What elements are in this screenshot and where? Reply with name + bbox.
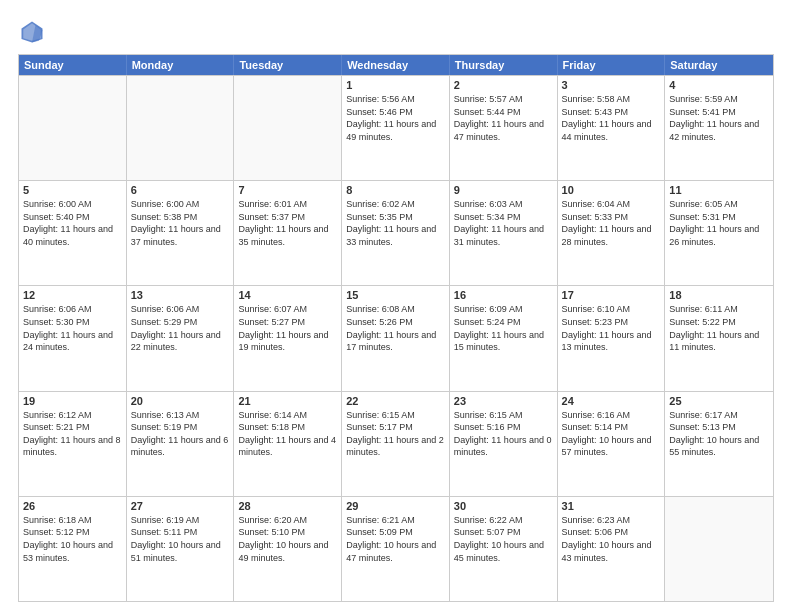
calendar-cell: 15Sunrise: 6:08 AM Sunset: 5:26 PM Dayli… [342,286,450,390]
calendar-cell: 25Sunrise: 6:17 AM Sunset: 5:13 PM Dayli… [665,392,773,496]
cell-day-number: 14 [238,289,337,301]
cell-day-number: 6 [131,184,230,196]
weekday-header: Wednesday [342,55,450,75]
cell-day-number: 13 [131,289,230,301]
calendar-cell: 19Sunrise: 6:12 AM Sunset: 5:21 PM Dayli… [19,392,127,496]
calendar-cell [19,76,127,180]
cell-day-number: 22 [346,395,445,407]
calendar-page: SundayMondayTuesdayWednesdayThursdayFrid… [0,0,792,612]
cell-daylight-info: Sunrise: 6:01 AM Sunset: 5:37 PM Dayligh… [238,198,337,248]
calendar-cell: 18Sunrise: 6:11 AM Sunset: 5:22 PM Dayli… [665,286,773,390]
calendar-cell [234,76,342,180]
header [18,18,774,46]
cell-day-number: 10 [562,184,661,196]
cell-day-number: 28 [238,500,337,512]
calendar-cell: 27Sunrise: 6:19 AM Sunset: 5:11 PM Dayli… [127,497,235,601]
cell-daylight-info: Sunrise: 6:00 AM Sunset: 5:40 PM Dayligh… [23,198,122,248]
calendar-cell: 20Sunrise: 6:13 AM Sunset: 5:19 PM Dayli… [127,392,235,496]
cell-day-number: 8 [346,184,445,196]
calendar-cell [665,497,773,601]
cell-daylight-info: Sunrise: 6:04 AM Sunset: 5:33 PM Dayligh… [562,198,661,248]
calendar-cell: 10Sunrise: 6:04 AM Sunset: 5:33 PM Dayli… [558,181,666,285]
cell-day-number: 19 [23,395,122,407]
cell-day-number: 29 [346,500,445,512]
cell-day-number: 5 [23,184,122,196]
cell-day-number: 2 [454,79,553,91]
cell-daylight-info: Sunrise: 6:15 AM Sunset: 5:16 PM Dayligh… [454,409,553,459]
cell-day-number: 23 [454,395,553,407]
cell-daylight-info: Sunrise: 6:22 AM Sunset: 5:07 PM Dayligh… [454,514,553,564]
calendar-cell: 16Sunrise: 6:09 AM Sunset: 5:24 PM Dayli… [450,286,558,390]
calendar-cell: 22Sunrise: 6:15 AM Sunset: 5:17 PM Dayli… [342,392,450,496]
calendar-row: 19Sunrise: 6:12 AM Sunset: 5:21 PM Dayli… [19,391,773,496]
cell-daylight-info: Sunrise: 6:10 AM Sunset: 5:23 PM Dayligh… [562,303,661,353]
logo-icon [18,18,46,46]
cell-daylight-info: Sunrise: 6:13 AM Sunset: 5:19 PM Dayligh… [131,409,230,459]
calendar-cell: 2Sunrise: 5:57 AM Sunset: 5:44 PM Daylig… [450,76,558,180]
calendar-body: 1Sunrise: 5:56 AM Sunset: 5:46 PM Daylig… [19,75,773,601]
weekday-header: Monday [127,55,235,75]
cell-daylight-info: Sunrise: 6:06 AM Sunset: 5:30 PM Dayligh… [23,303,122,353]
calendar-cell: 6Sunrise: 6:00 AM Sunset: 5:38 PM Daylig… [127,181,235,285]
cell-daylight-info: Sunrise: 6:02 AM Sunset: 5:35 PM Dayligh… [346,198,445,248]
calendar-cell: 24Sunrise: 6:16 AM Sunset: 5:14 PM Dayli… [558,392,666,496]
calendar-cell: 11Sunrise: 6:05 AM Sunset: 5:31 PM Dayli… [665,181,773,285]
cell-day-number: 27 [131,500,230,512]
cell-daylight-info: Sunrise: 6:14 AM Sunset: 5:18 PM Dayligh… [238,409,337,459]
cell-day-number: 3 [562,79,661,91]
calendar-row: 1Sunrise: 5:56 AM Sunset: 5:46 PM Daylig… [19,75,773,180]
calendar-cell: 28Sunrise: 6:20 AM Sunset: 5:10 PM Dayli… [234,497,342,601]
calendar-cell: 13Sunrise: 6:06 AM Sunset: 5:29 PM Dayli… [127,286,235,390]
cell-daylight-info: Sunrise: 6:05 AM Sunset: 5:31 PM Dayligh… [669,198,769,248]
cell-daylight-info: Sunrise: 5:59 AM Sunset: 5:41 PM Dayligh… [669,93,769,143]
cell-daylight-info: Sunrise: 6:07 AM Sunset: 5:27 PM Dayligh… [238,303,337,353]
weekday-header: Saturday [665,55,773,75]
cell-daylight-info: Sunrise: 6:18 AM Sunset: 5:12 PM Dayligh… [23,514,122,564]
weekday-header: Friday [558,55,666,75]
cell-daylight-info: Sunrise: 6:17 AM Sunset: 5:13 PM Dayligh… [669,409,769,459]
cell-day-number: 12 [23,289,122,301]
cell-daylight-info: Sunrise: 6:11 AM Sunset: 5:22 PM Dayligh… [669,303,769,353]
cell-day-number: 25 [669,395,769,407]
calendar-cell: 4Sunrise: 5:59 AM Sunset: 5:41 PM Daylig… [665,76,773,180]
cell-daylight-info: Sunrise: 6:23 AM Sunset: 5:06 PM Dayligh… [562,514,661,564]
cell-day-number: 26 [23,500,122,512]
cell-day-number: 20 [131,395,230,407]
calendar-cell: 30Sunrise: 6:22 AM Sunset: 5:07 PM Dayli… [450,497,558,601]
calendar-cell: 1Sunrise: 5:56 AM Sunset: 5:46 PM Daylig… [342,76,450,180]
cell-daylight-info: Sunrise: 6:21 AM Sunset: 5:09 PM Dayligh… [346,514,445,564]
cell-daylight-info: Sunrise: 6:09 AM Sunset: 5:24 PM Dayligh… [454,303,553,353]
cell-daylight-info: Sunrise: 6:15 AM Sunset: 5:17 PM Dayligh… [346,409,445,459]
calendar-cell: 3Sunrise: 5:58 AM Sunset: 5:43 PM Daylig… [558,76,666,180]
calendar-cell: 29Sunrise: 6:21 AM Sunset: 5:09 PM Dayli… [342,497,450,601]
calendar-cell: 17Sunrise: 6:10 AM Sunset: 5:23 PM Dayli… [558,286,666,390]
calendar-cell: 7Sunrise: 6:01 AM Sunset: 5:37 PM Daylig… [234,181,342,285]
calendar-cell: 21Sunrise: 6:14 AM Sunset: 5:18 PM Dayli… [234,392,342,496]
cell-daylight-info: Sunrise: 6:19 AM Sunset: 5:11 PM Dayligh… [131,514,230,564]
cell-day-number: 16 [454,289,553,301]
cell-daylight-info: Sunrise: 5:58 AM Sunset: 5:43 PM Dayligh… [562,93,661,143]
calendar-cell: 8Sunrise: 6:02 AM Sunset: 5:35 PM Daylig… [342,181,450,285]
cell-daylight-info: Sunrise: 6:20 AM Sunset: 5:10 PM Dayligh… [238,514,337,564]
calendar-row: 12Sunrise: 6:06 AM Sunset: 5:30 PM Dayli… [19,285,773,390]
weekday-header: Thursday [450,55,558,75]
cell-day-number: 24 [562,395,661,407]
cell-day-number: 11 [669,184,769,196]
cell-daylight-info: Sunrise: 6:08 AM Sunset: 5:26 PM Dayligh… [346,303,445,353]
cell-daylight-info: Sunrise: 6:00 AM Sunset: 5:38 PM Dayligh… [131,198,230,248]
calendar-cell: 9Sunrise: 6:03 AM Sunset: 5:34 PM Daylig… [450,181,558,285]
cell-daylight-info: Sunrise: 5:56 AM Sunset: 5:46 PM Dayligh… [346,93,445,143]
calendar-header: SundayMondayTuesdayWednesdayThursdayFrid… [19,55,773,75]
cell-day-number: 4 [669,79,769,91]
calendar-cell [127,76,235,180]
calendar-cell: 5Sunrise: 6:00 AM Sunset: 5:40 PM Daylig… [19,181,127,285]
calendar-cell: 31Sunrise: 6:23 AM Sunset: 5:06 PM Dayli… [558,497,666,601]
calendar-cell: 14Sunrise: 6:07 AM Sunset: 5:27 PM Dayli… [234,286,342,390]
cell-day-number: 15 [346,289,445,301]
calendar-row: 26Sunrise: 6:18 AM Sunset: 5:12 PM Dayli… [19,496,773,601]
cell-day-number: 31 [562,500,661,512]
weekday-header: Sunday [19,55,127,75]
calendar-cell: 26Sunrise: 6:18 AM Sunset: 5:12 PM Dayli… [19,497,127,601]
cell-day-number: 21 [238,395,337,407]
cell-daylight-info: Sunrise: 6:12 AM Sunset: 5:21 PM Dayligh… [23,409,122,459]
